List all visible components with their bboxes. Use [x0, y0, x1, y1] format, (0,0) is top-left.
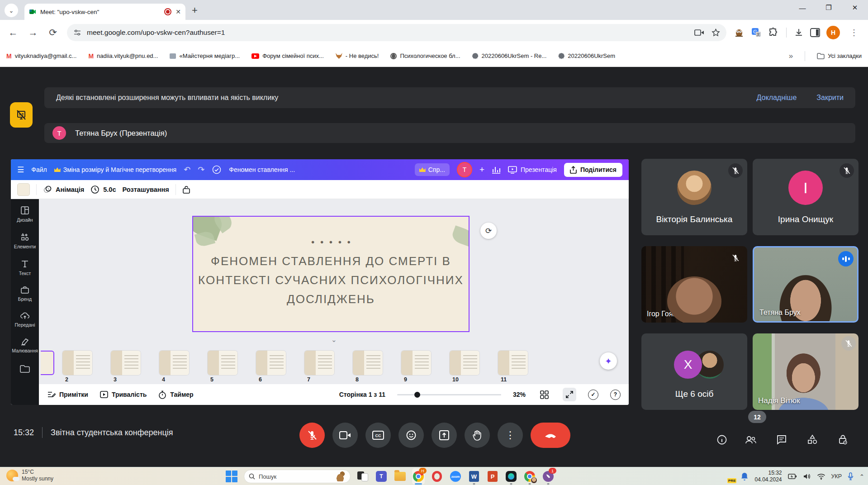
browser-tab[interactable]: Meet: "upo-vskw-cen" ✕ — [24, 4, 185, 20]
zoom-slider[interactable] — [397, 394, 501, 395]
meeting-details-button[interactable] — [709, 427, 735, 452]
start-button[interactable] — [225, 468, 238, 485]
speaker-icon[interactable] — [803, 473, 811, 480]
filmstrip-cell[interactable]: 2 — [62, 351, 92, 375]
mic-toggle-button[interactable] — [299, 423, 325, 448]
slide-thumbnail[interactable] — [401, 351, 431, 375]
status-check-icon[interactable]: ✓ — [588, 390, 598, 400]
timer-button[interactable]: Таймер — [158, 390, 193, 399]
filmstrip-cell[interactable]: 7 — [304, 351, 334, 375]
url-text[interactable]: meet.google.com/upo-vskw-cen?authuser=1 — [87, 29, 689, 37]
sidebar-item-projects[interactable] — [19, 365, 30, 373]
insights-chart-icon[interactable] — [492, 166, 501, 174]
file-explorer-icon[interactable] — [394, 468, 406, 485]
bookmark-item[interactable]: «Майстерня медіагр... — [170, 52, 240, 59]
slide-1[interactable]: ●●●●● ФЕНОМЕН СТАВЛЕННЯ ДО СМЕРТІ В КОНТ… — [192, 216, 470, 332]
help-button[interactable]: ? — [610, 390, 621, 400]
downloads-icon[interactable] — [794, 28, 804, 38]
banner-more-link[interactable]: Докладніше — [757, 94, 797, 102]
activities-button[interactable] — [800, 427, 825, 452]
fullscreen-button[interactable] — [563, 388, 576, 401]
notes-button[interactable]: Примітки — [47, 391, 88, 399]
filmstrip-cell[interactable]: 5 — [208, 351, 237, 375]
filmstrip-cell[interactable]: 11 — [498, 351, 528, 375]
captions-button[interactable]: CC — [365, 423, 391, 448]
task-view-button[interactable] — [356, 468, 369, 485]
teams-app-icon[interactable]: T — [375, 468, 388, 485]
participant-tile-viktoriia[interactable]: Вікторія Балинська — [641, 159, 747, 235]
slide-thumbnail[interactable] — [304, 351, 334, 375]
sidebar-item-brand[interactable]: Бренд — [18, 285, 32, 302]
host-controls-button[interactable] — [830, 427, 856, 452]
bookmark-item[interactable]: 20220606UkrSem — [558, 52, 615, 59]
position-button[interactable]: Розташування — [123, 186, 169, 193]
canva-invite-icon[interactable]: + — [479, 165, 484, 175]
sidebar-item-uploads[interactable]: Передані — [15, 311, 35, 328]
opera-app-icon[interactable] — [431, 468, 443, 485]
webex-app-icon[interactable] — [505, 468, 517, 485]
notifications-bell-icon[interactable] — [740, 472, 749, 481]
chrome-profile2-app-icon[interactable] — [523, 468, 536, 485]
slide-thumbnail[interactable] — [62, 351, 92, 375]
filmstrip-cell[interactable]: 4 — [159, 351, 189, 375]
reactions-button[interactable] — [398, 423, 424, 448]
chrome-active-app-icon[interactable]: H — [412, 468, 425, 485]
bookmarks-overflow-button[interactable]: » — [789, 52, 793, 61]
sidebar-item-draw[interactable]: Малювання — [12, 337, 38, 353]
language-indicator[interactable]: УКР — [831, 473, 842, 480]
browser-profile-avatar[interactable]: H — [826, 26, 840, 39]
banner-close-link[interactable]: Закрити — [816, 94, 844, 102]
canva-doc-title[interactable]: Феномен ставлення ... — [229, 166, 295, 173]
animate-button[interactable]: Анімація — [43, 185, 84, 194]
extensions-puzzle-icon[interactable] — [768, 27, 779, 38]
filmstrip-thumb-selected[interactable] — [41, 351, 54, 375]
powerpoint-app-icon[interactable]: P — [486, 468, 499, 485]
lock-icon[interactable] — [182, 185, 190, 194]
slide-thumbnail[interactable] — [256, 351, 286, 375]
redo-icon[interactable]: ↷ — [198, 165, 204, 175]
tray-chevron-icon[interactable]: ⌃ — [859, 473, 864, 480]
filmstrip-cell[interactable]: 8 — [353, 351, 383, 375]
battery-icon[interactable] — [788, 473, 797, 480]
tab-search-button[interactable]: ⌄ — [5, 4, 18, 17]
side-panel-icon[interactable] — [810, 28, 820, 37]
participant-tile-tetiana[interactable]: Тетяна Брух — [753, 246, 859, 323]
present-now-button[interactable] — [432, 423, 457, 448]
end-call-button[interactable] — [531, 423, 570, 448]
raise-hand-button[interactable] — [465, 423, 490, 448]
show-people-button[interactable] — [738, 427, 764, 452]
tray-mic-icon[interactable] — [848, 472, 854, 481]
window-minimize-button[interactable]: — — [789, 0, 816, 15]
bookmark-star-icon[interactable] — [711, 29, 720, 37]
filmstrip-cell[interactable]: 3 — [111, 351, 141, 375]
bookmark-item[interactable]: Mvityuknadiya@gmail.c... — [6, 52, 76, 60]
background-color-swatch[interactable] — [17, 183, 30, 196]
camera-toggle-button[interactable] — [332, 423, 358, 448]
slide-thumbnail[interactable] — [498, 351, 528, 375]
filmstrip-cell[interactable]: 10 — [450, 351, 479, 375]
presentation-paused-icon[interactable] — [10, 102, 33, 128]
filmstrip-cell[interactable]: 6 — [256, 351, 286, 375]
taskbar-clock[interactable]: 15:32 04.04.2024 — [754, 470, 782, 483]
more-people-tile[interactable]: X Ще 6 осіб — [641, 333, 747, 410]
back-button[interactable]: ← — [5, 24, 22, 41]
window-maximize-button[interactable]: ❐ — [816, 0, 842, 15]
zoom-app-icon[interactable]: zoom — [449, 468, 462, 485]
more-options-button[interactable]: ⋮ — [498, 423, 523, 448]
canva-account-avatar[interactable]: T — [457, 162, 472, 177]
bookmark-item[interactable]: Форум сімейної псих... — [251, 52, 324, 59]
preview-app-icon[interactable]: PRE — [723, 471, 735, 482]
browser-menu-icon[interactable]: ⋮ — [846, 28, 862, 38]
slide-thumbnail[interactable] — [353, 351, 383, 375]
window-close-button[interactable]: ✕ — [842, 0, 868, 15]
all-bookmarks-button[interactable]: Усі закладки — [817, 52, 862, 59]
sidebar-item-text[interactable]: Текст — [19, 259, 31, 276]
bookmark-item[interactable]: 20220606UkrSem - Re... — [472, 52, 547, 59]
taskbar-search[interactable]: Пошук — [244, 470, 351, 483]
undo-icon[interactable]: ↶ — [184, 165, 190, 175]
grid-view-button[interactable] — [537, 388, 551, 401]
url-bar[interactable]: meet.google.com/upo-vskw-cen?authuser=1 — [67, 24, 726, 41]
sidebar-item-design[interactable]: Дизайн — [17, 205, 33, 223]
new-tab-button[interactable]: + — [192, 5, 198, 16]
bookmark-item[interactable]: - Не ведись! — [336, 52, 379, 59]
